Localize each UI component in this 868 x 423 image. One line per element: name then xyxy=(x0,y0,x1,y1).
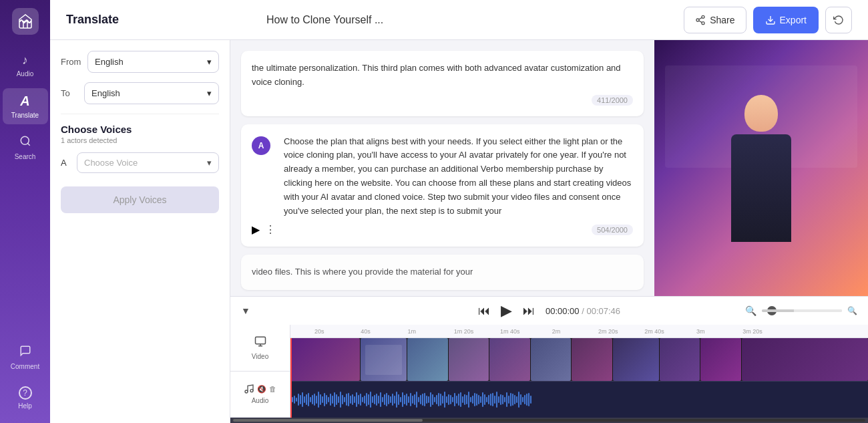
ruler-mark-7: 2m 20s xyxy=(598,328,618,335)
project-title: How to Clone Yourself ... xyxy=(266,14,684,26)
comment-icon xyxy=(19,345,31,360)
sidebar-comment-label: Comment xyxy=(11,363,39,370)
ruler-mark-2: 40s xyxy=(361,328,371,335)
video-track xyxy=(290,338,868,382)
voice-placeholder: Choose Voice xyxy=(84,158,138,168)
actor-avatar-2: A xyxy=(252,136,270,155)
transcript-block-1: the ultimate personalization. This third… xyxy=(241,51,644,116)
ruler-mark-5: 1m 40s xyxy=(500,328,520,335)
timeline-ruler: 20s 40s 1m 1m 20s 1m 40s 2m 2m 20s 2m 40… xyxy=(290,325,868,338)
from-lang-value: English xyxy=(95,57,124,67)
svg-line-1 xyxy=(27,143,29,145)
sidebar: ♪ Audio A Translate Search Comment ? Hel… xyxy=(0,0,50,423)
char-count-2: 504/2000 xyxy=(592,225,633,235)
char-count-1: 411/2000 xyxy=(592,95,633,106)
voice-select[interactable]: Choose Voice ▾ xyxy=(77,152,219,173)
apply-voices-button[interactable]: Apply Voices xyxy=(61,186,219,213)
transcript-panel: the ultimate personalization. This third… xyxy=(230,40,654,296)
svg-point-0 xyxy=(21,136,29,144)
sidebar-translate-label: Translate xyxy=(11,112,39,119)
sidebar-item-comment[interactable]: Comment xyxy=(3,339,48,376)
transcript-footer-2: ▶ ⋮ 504/2000 xyxy=(252,223,633,236)
sidebar-help-label: Help xyxy=(18,402,32,410)
ruler-mark-6: 2m xyxy=(552,328,561,335)
zoom-in-icon[interactable]: 🔍 xyxy=(847,306,857,315)
video-thumbnail xyxy=(654,40,868,296)
audio-mute-button[interactable]: 🔇 xyxy=(257,385,266,394)
from-language-select[interactable]: English ▾ xyxy=(87,51,219,73)
skip-forward-button[interactable]: ⏭ xyxy=(523,304,535,318)
ruler-mark-9: 3m xyxy=(696,328,705,335)
track-labels: Video 🔇 🗑 Audio xyxy=(230,325,290,418)
to-row: To English ▾ xyxy=(61,82,219,104)
svg-point-12 xyxy=(250,390,253,392)
sidebar-item-help[interactable]: ? Help xyxy=(3,381,48,415)
transcript-footer-1: 411/2000 xyxy=(252,95,633,106)
transcript-block-3: video files. This is where you provide t… xyxy=(241,255,644,290)
zoom-slider[interactable] xyxy=(762,309,842,312)
to-lang-value: English xyxy=(91,88,120,98)
left-panel: From English ▾ To English ▾ xyxy=(50,40,230,423)
transcript-block-2: A Choose the plan that aligns best with … xyxy=(241,124,644,247)
transcript-text-3: video files. This is where you provide t… xyxy=(252,265,633,279)
svg-line-5 xyxy=(699,21,702,23)
share-button[interactable]: Share xyxy=(684,7,746,33)
transcript-text-1: the ultimate personalization. This third… xyxy=(252,61,633,90)
video-preview xyxy=(654,40,868,296)
share-label: Share xyxy=(710,15,734,25)
ruler-mark-8: 2m 40s xyxy=(644,328,664,335)
to-language-select[interactable]: English ▾ xyxy=(84,82,219,104)
video-thumbnail-inner xyxy=(654,40,868,296)
transcript-text-2: Choose the plan that aligns best with yo… xyxy=(284,135,633,219)
audio-track-label: 🔇 🗑 Audio xyxy=(230,372,290,418)
video-icon xyxy=(254,335,266,350)
ruler-mark-4: 1m 20s xyxy=(454,328,474,335)
play-pause-button[interactable]: ▶ xyxy=(501,302,512,319)
to-label: To xyxy=(61,88,77,98)
from-label: From xyxy=(61,57,81,67)
video-track-text: Video xyxy=(252,353,268,360)
svg-point-11 xyxy=(245,390,248,393)
timeline-scrollbar[interactable] xyxy=(230,418,868,423)
app-header: Translate How to Clone Yourself ... Shar… xyxy=(50,0,868,40)
sidebar-item-translate[interactable]: A Translate xyxy=(3,88,48,124)
transcript-controls-2: ▶ ⋮ xyxy=(252,223,276,236)
timeline-time: 00:00:00 / 00:07:46 xyxy=(546,306,620,316)
zoom-area: 🔍 🔍 xyxy=(745,305,857,316)
skip-back-button[interactable]: ⏮ xyxy=(478,304,490,318)
timeline-body: Video 🔇 🗑 Audio xyxy=(230,325,868,418)
timeline-tracks[interactable]: 20s 40s 1m 1m 20s 1m 40s 2m 2m 20s 2m 40… xyxy=(290,325,868,418)
audio-track-text: Audio xyxy=(252,397,269,404)
total-time-value: 00:07:46 xyxy=(586,306,620,316)
history-button[interactable] xyxy=(825,7,852,33)
audio-track: // Will be rendered below via JS xyxy=(290,382,868,418)
sidebar-item-search[interactable]: Search xyxy=(3,130,48,166)
middle-content: the ultimate personalization. This third… xyxy=(230,40,868,296)
to-chevron-icon: ▾ xyxy=(207,88,212,98)
export-label: Export xyxy=(780,15,807,25)
playhead xyxy=(290,338,292,418)
actor-row: A Choose Voice ▾ xyxy=(61,152,219,173)
more-options-button-2[interactable]: ⋮ xyxy=(265,223,276,236)
zoom-out-icon[interactable]: 🔍 xyxy=(745,305,756,316)
audio-icon: ♪ xyxy=(22,53,28,67)
audio-delete-button[interactable]: 🗑 xyxy=(269,385,276,393)
video-track-label: Video xyxy=(230,325,290,372)
right-content: the ultimate personalization. This third… xyxy=(230,40,868,423)
play-button-2[interactable]: ▶ xyxy=(252,223,260,236)
current-time: 00:00:00 xyxy=(546,306,580,316)
app-name: Translate xyxy=(66,13,146,27)
header-actions: Share Export xyxy=(684,7,852,33)
svg-rect-8 xyxy=(255,337,265,344)
voice-chevron-icon: ▾ xyxy=(207,158,212,168)
export-button[interactable]: Export xyxy=(753,7,819,33)
sidebar-item-audio[interactable]: ♪ Audio xyxy=(3,48,48,83)
collapse-timeline-button[interactable]: ▼ xyxy=(241,305,250,316)
choose-voices-title: Choose Voices xyxy=(61,124,219,135)
actor-label: A xyxy=(61,158,71,168)
svg-point-2 xyxy=(702,15,704,18)
app-logo[interactable] xyxy=(12,8,39,35)
translate-icon: A xyxy=(20,94,29,109)
ruler-mark-3: 1m xyxy=(407,328,416,335)
from-chevron-icon: ▾ xyxy=(207,57,212,67)
